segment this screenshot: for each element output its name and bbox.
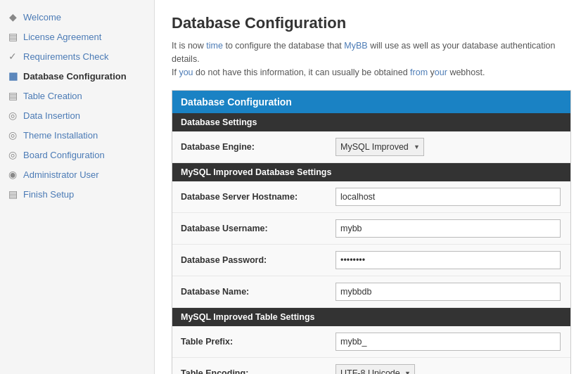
panel-title: Database Configuration bbox=[172, 91, 570, 113]
license-agreement-label: License Agreement bbox=[23, 32, 101, 42]
sidebar-item-welcome[interactable]: ◆Welcome bbox=[0, 7, 154, 27]
form-row-encoding: Table Encoding: UTF-8 Unicode UTF-16 Lat… bbox=[172, 358, 570, 374]
form-row-prefix: Table Prefix: bbox=[172, 326, 570, 358]
label-dbname: Database Name: bbox=[181, 287, 335, 297]
section-header-db-settings: Database Settings bbox=[172, 113, 570, 131]
table-creation-icon: ▤ bbox=[7, 90, 18, 101]
form-row-hostname: Database Server Hostname: bbox=[172, 181, 570, 213]
hostname-input[interactable] bbox=[335, 188, 561, 206]
welcome-label: Welcome bbox=[23, 12, 61, 22]
form-row-password: Database Password: bbox=[172, 245, 570, 276]
data-insertion-label: Data Insertion bbox=[23, 110, 80, 121]
prefix-input[interactable] bbox=[335, 333, 561, 351]
form-row-dbname: Database Name: bbox=[172, 276, 570, 308]
theme-installation-label: Theme Installation bbox=[23, 130, 98, 141]
board-configuration-icon: ◎ bbox=[7, 149, 18, 160]
sidebar-item-requirements-check[interactable]: ✓Requirements Check bbox=[0, 46, 154, 66]
main-content: Database Configuration It is now time to… bbox=[155, 0, 588, 374]
engine-select[interactable]: MySQL Improved MySQL PostgreSQL SQLite bbox=[335, 138, 424, 156]
intro-line1: It is now time to configure the database… bbox=[172, 41, 555, 64]
password-input[interactable] bbox=[335, 251, 561, 269]
requirements-check-label: Requirements Check bbox=[23, 51, 108, 62]
requirements-check-icon: ✓ bbox=[7, 51, 18, 62]
welcome-icon: ◆ bbox=[7, 11, 18, 22]
sidebar-item-database-configuration[interactable]: ▦Database Configuration bbox=[0, 66, 154, 86]
board-configuration-label: Board Configuration bbox=[23, 150, 105, 160]
encoding-select[interactable]: UTF-8 Unicode UTF-16 Latin-1 bbox=[335, 364, 415, 374]
username-input[interactable] bbox=[335, 219, 561, 238]
label-username: Database Username: bbox=[181, 224, 335, 233]
intro-line2: If you do not have this information, it … bbox=[172, 67, 485, 77]
label-prefix: Table Prefix: bbox=[181, 337, 335, 347]
page-title: Database Configuration bbox=[172, 14, 571, 32]
database-configuration-icon: ▦ bbox=[7, 70, 18, 82]
label-hostname: Database Server Hostname: bbox=[181, 192, 335, 202]
intro-text: It is now time to configure the database… bbox=[172, 39, 571, 79]
section-header-table-settings: MySQL Improved Table Settings bbox=[172, 308, 570, 326]
form-row-engine: Database Engine: MySQL Improved MySQL Po… bbox=[172, 131, 570, 163]
theme-installation-icon: ◎ bbox=[7, 129, 18, 141]
data-insertion-icon: ◎ bbox=[7, 110, 18, 121]
license-agreement-icon: ▤ bbox=[7, 31, 18, 42]
label-engine: Database Engine: bbox=[181, 142, 335, 152]
administrator-user-icon: ◉ bbox=[7, 169, 18, 180]
database-configuration-panel: Database Configuration Database Settings… bbox=[172, 90, 571, 374]
sidebar-item-administrator-user[interactable]: ◉Administrator User bbox=[0, 165, 154, 184]
label-password: Database Password: bbox=[181, 255, 335, 265]
administrator-user-label: Administrator User bbox=[23, 169, 99, 180]
table-creation-label: Table Creation bbox=[23, 91, 82, 101]
sidebar-item-table-creation[interactable]: ▤Table Creation bbox=[0, 86, 154, 105]
finish-setup-label: Finish Setup bbox=[23, 189, 74, 200]
section-header-mysql-settings: MySQL Improved Database Settings bbox=[172, 163, 570, 181]
finish-setup-icon: ▤ bbox=[7, 188, 18, 200]
dbname-input[interactable] bbox=[335, 283, 561, 301]
engine-select-wrapper: MySQL Improved MySQL PostgreSQL SQLite bbox=[335, 138, 424, 156]
form-row-username: Database Username: bbox=[172, 213, 570, 245]
database-configuration-label: Database Configuration bbox=[23, 71, 127, 82]
sidebar-item-finish-setup[interactable]: ▤Finish Setup bbox=[0, 184, 154, 204]
sidebar-item-data-insertion[interactable]: ◎Data Insertion bbox=[0, 105, 154, 125]
sidebar: ◆Welcome▤License Agreement✓Requirements … bbox=[0, 0, 155, 374]
label-encoding: Table Encoding: bbox=[181, 368, 335, 374]
sidebar-item-board-configuration[interactable]: ◎Board Configuration bbox=[0, 145, 154, 165]
sidebar-item-license-agreement[interactable]: ▤License Agreement bbox=[0, 27, 154, 46]
encoding-select-wrapper: UTF-8 Unicode UTF-16 Latin-1 bbox=[335, 364, 415, 374]
sidebar-item-theme-installation[interactable]: ◎Theme Installation bbox=[0, 125, 154, 145]
